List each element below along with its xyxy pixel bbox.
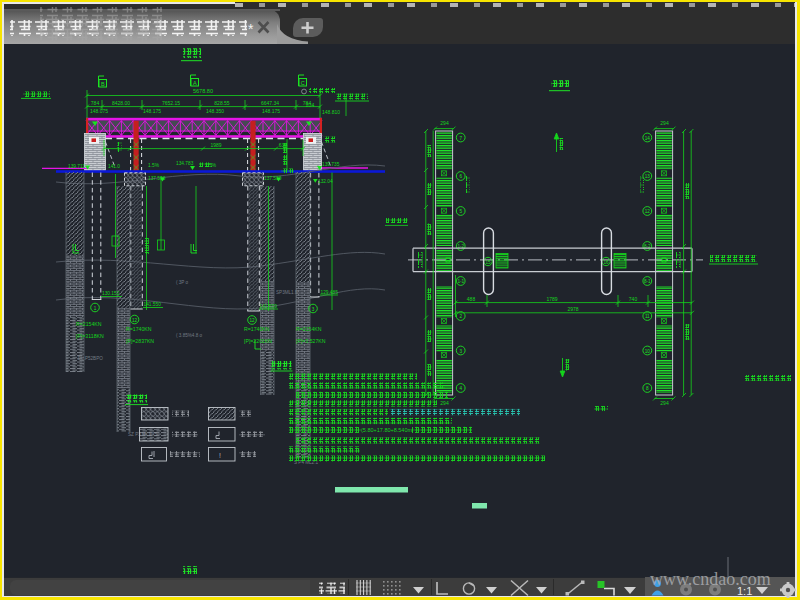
svg-text:148.175: 148.175 (143, 108, 161, 114)
svg-text:204: 204 (306, 102, 315, 108)
svg-text:A: A (193, 80, 197, 86)
svg-text:148.175: 148.175 (262, 108, 280, 114)
svg-text:[P]=3118KN: [P]=3118KN (76, 333, 104, 339)
svg-text:R=1740KN: R=1740KN (244, 326, 270, 332)
svg-text:14: 14 (645, 136, 651, 141)
svg-text:*: * (248, 21, 254, 37)
svg-text:R=2154KN: R=2154KN (296, 326, 322, 332)
svg-text:488: 488 (467, 296, 476, 302)
svg-text:12: 12 (249, 318, 255, 323)
svg-text:294: 294 (440, 400, 449, 406)
svg-text:B: B (101, 81, 105, 87)
svg-text:15: 15 (485, 260, 491, 265)
svg-text:[P]=2837KN: [P]=2837KN (126, 338, 154, 344)
svg-text:4: 4 (459, 386, 462, 391)
svg-text:294: 294 (440, 120, 449, 126)
svg-text:132.04: 132.04 (318, 179, 333, 184)
svg-text:R=1740KN: R=1740KN (126, 326, 152, 332)
svg-text:[P]=2201KN: [P]=2201KN (244, 338, 272, 344)
svg-text:8428.00: 8428.00 (112, 100, 130, 106)
svg-text:16: 16 (603, 260, 609, 265)
svg-text:10: 10 (645, 349, 651, 354)
svg-text:( 3P o: ( 3P o (176, 280, 189, 285)
svg-text:13: 13 (645, 174, 651, 179)
svg-text:828.55: 828.55 (214, 100, 230, 106)
svg-text:148.810: 148.810 (322, 109, 340, 115)
svg-text:139.735: 139.735 (322, 162, 340, 167)
svg-text:635: 635 (279, 142, 288, 148)
svg-text:(5.80+17.80+8.540m: (5.80+17.80+8.540m (361, 427, 412, 433)
svg-text:3: 3 (312, 307, 315, 312)
svg-text:3: 3 (459, 349, 462, 354)
svg-text:12: 12 (645, 209, 651, 214)
svg-text:2978: 2978 (567, 306, 578, 312)
svg-text:294: 294 (660, 120, 669, 126)
svg-text:12: 12 (132, 318, 138, 323)
svg-text:130.152: 130.152 (102, 291, 120, 296)
svg-text:1.5%: 1.5% (148, 163, 160, 168)
svg-text:[P]=3.527KN: [P]=3.527KN (296, 338, 326, 344)
svg-text:139.711: 139.711 (68, 164, 85, 169)
svg-text:!: ! (219, 452, 221, 459)
svg-text:6: 6 (459, 174, 462, 179)
svg-text:5678.80: 5678.80 (193, 88, 213, 94)
svg-text:( 3.85%4.8 o: ( 3.85%4.8 o (176, 333, 202, 338)
svg-text:294: 294 (660, 400, 669, 406)
svg-text:11: 11 (645, 314, 650, 319)
svg-text:SP3ML1.B: SP3ML1.B (276, 290, 298, 295)
svg-text:5: 5 (459, 209, 462, 214)
svg-text:C: C (301, 80, 305, 86)
svg-text:148.350: 148.350 (206, 108, 224, 114)
svg-text:6647.34: 6647.34 (261, 100, 279, 106)
svg-text:784: 784 (91, 100, 100, 106)
svg-text:129.485: 129.485 (321, 290, 339, 295)
svg-text:7: 7 (459, 136, 462, 141)
svg-text:1989: 1989 (210, 142, 221, 148)
svg-text:141.0: 141.0 (108, 164, 120, 169)
svg-text:148.075: 148.075 (90, 108, 108, 114)
svg-text:740: 740 (629, 296, 638, 302)
svg-text:1-1: 1-1 (457, 279, 464, 284)
svg-text:1789: 1789 (546, 296, 557, 302)
svg-text:8: 8 (646, 386, 649, 391)
svg-text:R=2154KN: R=2154KN (76, 321, 102, 327)
svg-text:2: 2 (459, 314, 462, 319)
svg-text:1: 1 (94, 306, 97, 311)
svg-text:7652.15: 7652.15 (162, 100, 180, 106)
svg-text:8-1: 8-1 (644, 279, 651, 284)
svg-text:EL.P52BPO: EL.P52BPO (78, 356, 103, 361)
svg-text:134.783: 134.783 (176, 161, 194, 166)
